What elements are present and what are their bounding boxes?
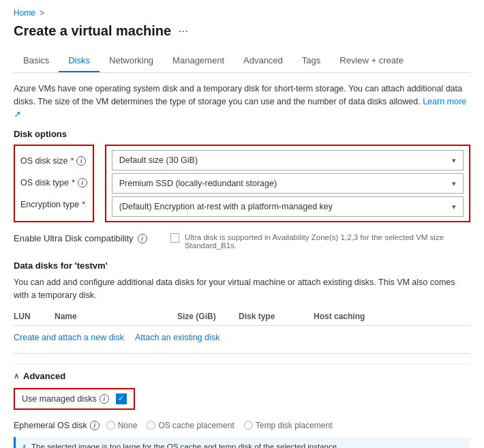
col-disk-type: Disk type: [239, 310, 314, 323]
managed-disks-label: Use managed disks i: [22, 394, 109, 404]
ephemeral-info-icon[interactable]: i: [90, 421, 100, 430]
ultra-disk-info-icon[interactable]: i: [138, 234, 147, 243]
tab-tags[interactable]: Tags: [292, 50, 330, 72]
col-size: Size (GiB): [177, 310, 239, 323]
required-marker: *: [70, 156, 74, 166]
divider: [14, 353, 470, 354]
tab-basics[interactable]: Basics: [14, 50, 59, 72]
col-lun: LUN: [14, 310, 55, 323]
data-disks-section: Data disks for 'testvm' You can add and …: [14, 260, 470, 342]
tab-bar: Basics Disks Networking Management Advan…: [14, 50, 470, 73]
info-circle-icon: ℹ: [22, 443, 26, 448]
col-host-caching: Host caching: [314, 310, 395, 323]
breadcrumb-home[interactable]: Home: [14, 8, 35, 18]
advanced-title: Advanced: [23, 371, 65, 381]
col-name: Name: [55, 310, 177, 323]
tab-networking[interactable]: Networking: [100, 50, 163, 72]
chevron-up-icon: ∧: [14, 372, 19, 380]
disk-labels-box: OS disk size * i OS disk type * i Encryp…: [14, 145, 94, 222]
ephemeral-os-disk-label: Ephemeral OS disk i: [14, 421, 100, 430]
radio-os-cache[interactable]: OS cache placement: [147, 421, 234, 430]
os-disk-type-info-icon[interactable]: i: [78, 178, 87, 188]
radio-circle-os-cache: [147, 421, 155, 430]
ephemeral-radio-group: None OS cache placement Temp disk placem…: [106, 421, 333, 430]
radio-none-label: None: [118, 421, 138, 430]
radio-circle-temp-disk: [244, 421, 253, 430]
managed-disks-info-icon[interactable]: i: [100, 394, 109, 404]
chevron-down-icon-2: ▾: [452, 179, 456, 188]
os-disk-type-label: OS disk type * i: [20, 172, 87, 194]
ultra-disk-checkbox[interactable]: [170, 233, 179, 243]
encryption-type-label: Encryption type *: [20, 194, 87, 215]
data-disks-title: Data disks for 'testvm': [14, 260, 470, 271]
chevron-down-icon: ▾: [452, 156, 456, 165]
chevron-down-icon-3: ▾: [452, 203, 456, 211]
tab-management[interactable]: Management: [163, 50, 234, 72]
os-disk-size-dropdown[interactable]: Default size (30 GiB) ▾: [112, 150, 464, 170]
ephemeral-os-disk-row: Ephemeral OS disk i None OS cache placem…: [14, 421, 470, 430]
more-options-icon[interactable]: ···: [178, 24, 188, 38]
os-disk-type-dropdown[interactable]: Premium SSD (locally-redundant storage) …: [112, 173, 464, 194]
data-disks-table-header: LUN Name Size (GiB) Disk type Host cachi…: [14, 308, 470, 326]
ultra-disk-label: Enable Ultra Disk compatibility: [14, 233, 134, 243]
page-title-row: Create a virtual machine ···: [14, 23, 470, 39]
external-link-icon: ↗: [14, 110, 21, 119]
managed-disks-checkbox[interactable]: [116, 393, 127, 404]
disk-dropdowns-box: Default size (30 GiB) ▾ Premium SSD (loc…: [105, 145, 470, 222]
os-disk-size-info-icon[interactable]: i: [76, 156, 86, 166]
tab-advanced[interactable]: Advanced: [234, 50, 292, 72]
info-box-text: The selected image is too large for the …: [31, 443, 339, 448]
radio-temp-disk-label: Temp disk placement: [256, 421, 333, 430]
radio-none[interactable]: None: [106, 421, 138, 430]
radio-os-cache-label: OS cache placement: [158, 421, 234, 430]
ultra-disk-description: Ultra disk is supported in Availability …: [185, 233, 470, 250]
disk-options-container: OS disk size * i OS disk type * i Encryp…: [14, 145, 470, 222]
advanced-section: ∧ Advanced Use managed disks i Ephemeral…: [14, 363, 470, 448]
radio-circle-none: [106, 421, 115, 430]
advanced-toggle[interactable]: ∧ Advanced: [14, 371, 470, 381]
page-description: Azure VMs have one operating system disk…: [14, 83, 470, 121]
required-marker-2: *: [72, 178, 75, 188]
disk-options-title: Disk options: [14, 129, 470, 139]
page-title: Create a virtual machine: [14, 23, 171, 39]
encryption-type-dropdown[interactable]: (Default) Encryption at-rest with a plat…: [112, 196, 464, 217]
table-action-links: Create and attach a new disk Attach an e…: [14, 333, 470, 342]
data-disks-description: You can add and configure additional dat…: [14, 276, 470, 302]
managed-disks-row: Use managed disks i: [14, 388, 135, 410]
tab-review-create[interactable]: Review + create: [330, 50, 413, 72]
info-box: ℹ The selected image is too large for th…: [14, 437, 470, 448]
breadcrumb: Home >: [14, 8, 470, 18]
required-marker-3: *: [82, 200, 85, 209]
breadcrumb-separator: >: [40, 8, 44, 18]
radio-temp-disk[interactable]: Temp disk placement: [244, 421, 333, 430]
create-attach-disk-link[interactable]: Create and attach a new disk: [14, 333, 124, 342]
attach-existing-disk-link[interactable]: Attach an existing disk: [135, 333, 220, 342]
tab-disks[interactable]: Disks: [59, 50, 100, 72]
os-disk-size-label: OS disk size * i: [20, 150, 87, 172]
ultra-disk-row: Enable Ultra Disk compatibility i Ultra …: [14, 233, 470, 250]
